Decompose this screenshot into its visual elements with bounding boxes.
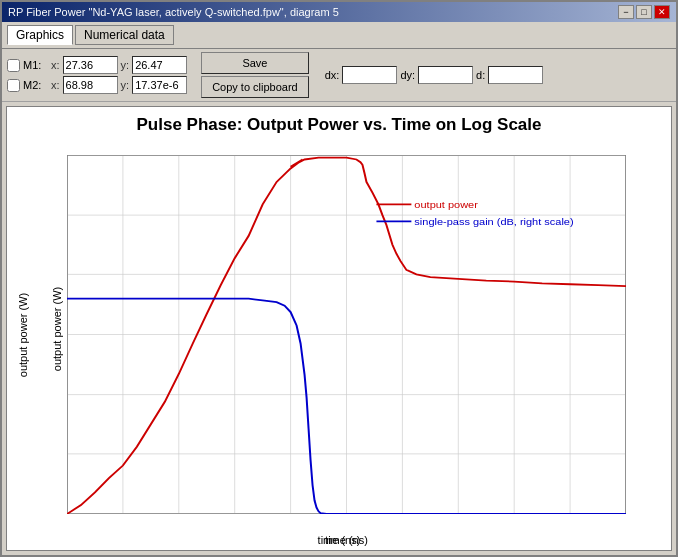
m2-row: M2: x: y: bbox=[7, 76, 187, 94]
m2-y-label: y: bbox=[121, 79, 130, 91]
dy-input[interactable] bbox=[418, 66, 473, 84]
d-input[interactable] bbox=[488, 66, 543, 84]
title-bar-buttons: − □ ✕ bbox=[618, 5, 670, 19]
tab-numerical[interactable]: Numerical data bbox=[75, 25, 174, 45]
minimize-button[interactable]: − bbox=[618, 5, 634, 19]
window-title: RP Fiber Power "Nd-YAG laser, actively Q… bbox=[8, 6, 339, 18]
x-axis-text: time (ns) bbox=[67, 534, 626, 546]
close-button[interactable]: ✕ bbox=[654, 5, 670, 19]
y-label-container: output power (W) bbox=[15, 155, 31, 514]
m2-x-label: x: bbox=[51, 79, 60, 91]
m1-label: M1: bbox=[23, 59, 48, 71]
copy-button[interactable]: Copy to clipboard bbox=[201, 76, 309, 98]
m1-row: M1: x: y: bbox=[7, 56, 187, 74]
maximize-button[interactable]: □ bbox=[636, 5, 652, 19]
m1-x-input[interactable] bbox=[63, 56, 118, 74]
chart-area: Pulse Phase: Output Power vs. Time on Lo… bbox=[6, 106, 672, 551]
m1-y-input[interactable] bbox=[132, 56, 187, 74]
m1-x-label: x: bbox=[51, 59, 60, 71]
action-buttons: Save Copy to clipboard bbox=[201, 52, 309, 98]
save-button[interactable]: Save bbox=[201, 52, 309, 74]
marker-controls: M1: x: y: M2: x: y: bbox=[7, 56, 187, 94]
m1-checkbox[interactable] bbox=[7, 59, 20, 72]
y-axis-text: output power (W) bbox=[17, 292, 29, 376]
svg-text:output power: output power bbox=[414, 199, 478, 209]
title-bar: RP Fiber Power "Nd-YAG laser, actively Q… bbox=[2, 2, 676, 22]
dy-label: dy: bbox=[400, 69, 415, 81]
dx-label: dx: bbox=[325, 69, 340, 81]
m2-checkbox[interactable] bbox=[7, 79, 20, 92]
svg-text:single-pass gain (dB, right sc: single-pass gain (dB, right scale) bbox=[414, 216, 573, 226]
y-axis-label: output power (W) bbox=[51, 286, 63, 370]
tab-bar: Graphics Numerical data bbox=[2, 22, 676, 49]
m2-label: M2: bbox=[23, 79, 48, 91]
tab-graphics[interactable]: Graphics bbox=[7, 25, 73, 45]
chart-svg: 0 10 20 30 40 50 60 70 80 90 100 10000 1… bbox=[67, 155, 626, 514]
dx-area: dx: dy: d: bbox=[325, 66, 544, 84]
dx-input[interactable] bbox=[342, 66, 397, 84]
controls-bar: M1: x: y: M2: x: y: Save Copy to clipboa… bbox=[2, 49, 676, 102]
m1-y-label: y: bbox=[121, 59, 130, 71]
m2-y-input[interactable] bbox=[132, 76, 187, 94]
m2-x-input[interactable] bbox=[63, 76, 118, 94]
chart-title: Pulse Phase: Output Power vs. Time on Lo… bbox=[7, 107, 671, 139]
main-window: RP Fiber Power "Nd-YAG laser, actively Q… bbox=[0, 0, 678, 557]
d-label: d: bbox=[476, 69, 485, 81]
